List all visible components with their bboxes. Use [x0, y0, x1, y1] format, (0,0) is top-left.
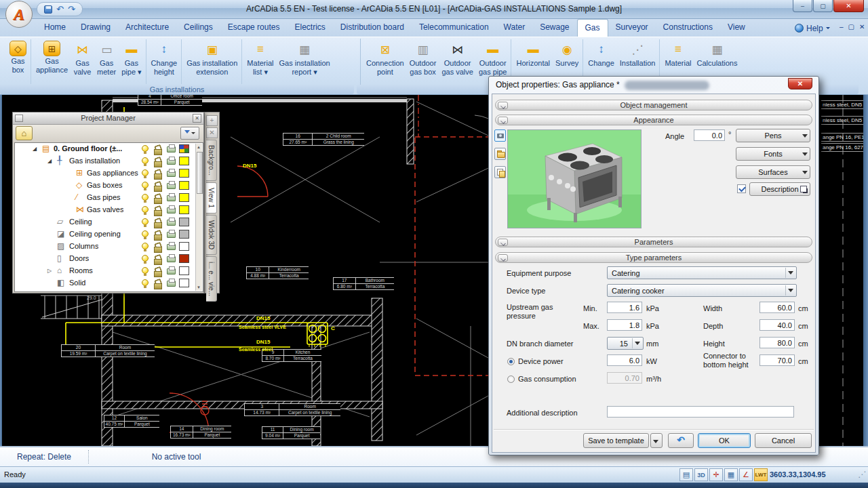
panel-minimize-icon[interactable]	[15, 115, 23, 122]
ribbon-tab[interactable]: Water	[496, 19, 533, 37]
status-toggle-button[interactable]: 3D	[694, 468, 708, 481]
view-tab[interactable]: i... e... vie...	[206, 256, 217, 302]
ribbon-tab[interactable]: Electrics	[287, 19, 332, 37]
visibility-bulb-icon[interactable]	[142, 255, 149, 264]
view-tab[interactable]: View 1	[206, 182, 217, 214]
dn-diameter-select[interactable]: 15	[607, 337, 644, 350]
undo-icon[interactable]: ↶	[56, 3, 64, 16]
visibility-bulb-icon[interactable]	[142, 230, 149, 239]
layer-color-chip[interactable]	[179, 157, 189, 165]
printer-icon[interactable]	[167, 171, 176, 177]
printer-icon[interactable]	[167, 281, 176, 287]
printer-icon[interactable]	[167, 207, 176, 214]
view-tab[interactable]: Widok 3D	[206, 215, 217, 255]
additional-description-input[interactable]	[607, 406, 794, 418]
description-checkbox[interactable]	[737, 184, 746, 193]
lock-icon[interactable]	[154, 194, 162, 203]
layer-color-chip[interactable]	[179, 144, 189, 153]
copy-button[interactable]	[494, 166, 506, 178]
fonts-button[interactable]: Fonts	[736, 147, 810, 161]
tree-item[interactable]: ⋈ Gas valves	[15, 204, 203, 216]
layer-color-chip[interactable]	[179, 169, 189, 178]
connector-input[interactable]	[760, 354, 795, 366]
camera-view-button[interactable]	[494, 129, 506, 142]
tree-item[interactable]: ◪ Ceiling opening	[15, 228, 203, 241]
surfaces-button[interactable]: Surfaces	[736, 165, 810, 179]
tree-item[interactable]: ◢ ▤ 0. Ground floor (±...	[15, 143, 203, 155]
save-template-dropdown[interactable]	[650, 433, 663, 448]
tree-item[interactable]: ▷ ⌂ Rooms	[15, 265, 203, 277]
minimize-button[interactable]: –	[793, 0, 812, 12]
device-power-radio[interactable]	[507, 358, 515, 365]
ribbon-button[interactable]: ⊠ Connection point	[363, 39, 407, 84]
ribbon-tab[interactable]: Home	[37, 19, 73, 37]
application-menu-button[interactable]: A	[5, 1, 33, 28]
doc-minimize-button[interactable]: –	[840, 23, 844, 30]
tree-expand-arrow[interactable]: ▷	[47, 268, 52, 274]
status-toggle-button[interactable]: ▦	[724, 468, 738, 481]
cancel-button[interactable]: Cancel	[755, 433, 812, 448]
tree-item[interactable]: ⁄ Gas pipes	[15, 192, 203, 204]
ribbon-tab[interactable]: Surveyor	[608, 19, 656, 37]
printer-icon[interactable]	[167, 146, 176, 152]
width-input[interactable]	[760, 302, 795, 313]
ribbon-button[interactable]: ↕ Change height	[146, 39, 180, 84]
section-object-management[interactable]: Object management	[495, 100, 812, 110]
panel-close-icon[interactable]: ✕	[193, 114, 201, 123]
maximize-button[interactable]: ▢	[813, 0, 833, 12]
visibility-bulb-icon[interactable]	[142, 194, 149, 203]
status-toggle-button[interactable]: ▤	[679, 468, 693, 481]
save-icon[interactable]	[44, 5, 52, 14]
ribbon-button[interactable]: ▬ Gas pipe ▾	[119, 39, 144, 84]
gas-consumption-radio[interactable]	[507, 375, 515, 383]
ribbon-tab[interactable]: Ceilings	[176, 19, 220, 37]
visibility-bulb-icon[interactable]	[142, 243, 149, 251]
ribbon-tab[interactable]: Gas	[577, 19, 608, 37]
ribbon-button[interactable]: ≡ Material list ▾	[241, 39, 276, 84]
section-type-parameters[interactable]: Type parameters	[495, 252, 812, 263]
ribbon-tab[interactable]: Telecommunication	[412, 19, 496, 37]
help-button[interactable]: Help	[795, 22, 830, 35]
layer-color-chip[interactable]	[179, 266, 189, 275]
view-tab[interactable]: Backgro...	[206, 140, 217, 181]
tree-item[interactable]: ▱ Ceiling	[15, 216, 203, 228]
dialog-close-button[interactable]: ✕	[788, 78, 812, 89]
printer-icon[interactable]	[167, 183, 176, 189]
printer-icon[interactable]	[167, 195, 176, 201]
lock-icon[interactable]	[154, 182, 162, 190]
undo-button[interactable]: ↶	[668, 433, 694, 448]
visibility-bulb-icon[interactable]	[142, 279, 149, 288]
ribbon-button[interactable]: ◇ Gas box	[7, 39, 29, 84]
layer-color-chip[interactable]	[179, 193, 189, 202]
equipment-purpose-select[interactable]: Catering	[607, 266, 797, 279]
collapse-chevron-icon[interactable]	[498, 254, 508, 262]
scroll-up-icon[interactable]: ▲	[197, 145, 201, 149]
printer-icon[interactable]	[167, 256, 176, 262]
visibility-bulb-icon[interactable]	[142, 267, 149, 276]
collapse-chevron-icon[interactable]	[498, 117, 508, 124]
lock-icon[interactable]	[154, 279, 162, 288]
redo-icon[interactable]: ↷	[68, 3, 75, 16]
ribbon-tab[interactable]: Architecture	[118, 19, 176, 37]
visibility-bulb-icon[interactable]	[142, 169, 149, 178]
tree-item[interactable]: ⊞ Gas appliances	[15, 167, 203, 180]
layer-color-chip[interactable]	[179, 205, 189, 214]
tree-item[interactable]: ◇ Gas boxes	[15, 180, 203, 192]
project-manager-titlebar[interactable]: Project Manager ✕	[13, 113, 203, 125]
ribbon-tab[interactable]: Drawing	[73, 19, 118, 37]
filter-button[interactable]	[180, 127, 199, 140]
height-input[interactable]	[760, 337, 795, 348]
tree-expand-arrow[interactable]: ◢	[47, 158, 52, 164]
max-pressure-input[interactable]	[607, 319, 642, 331]
lock-icon[interactable]	[154, 230, 162, 239]
repeat-command[interactable]: Repeat: Delete	[0, 447, 88, 466]
close-button[interactable]: ✕	[833, 0, 864, 12]
device-type-select[interactable]: Catering cooker	[607, 284, 797, 297]
ribbon-tab[interactable]: Sewage	[532, 19, 576, 37]
collapse-chevron-icon[interactable]	[498, 102, 508, 109]
tree-item[interactable]: ▨ Columns	[15, 241, 203, 253]
ribbon-button[interactable]: ⋈ Gas valve	[71, 39, 94, 84]
pens-button[interactable]: Pens	[736, 129, 810, 142]
visibility-bulb-icon[interactable]	[142, 206, 149, 215]
doc-restore-button[interactable]: ▢	[848, 23, 854, 30]
